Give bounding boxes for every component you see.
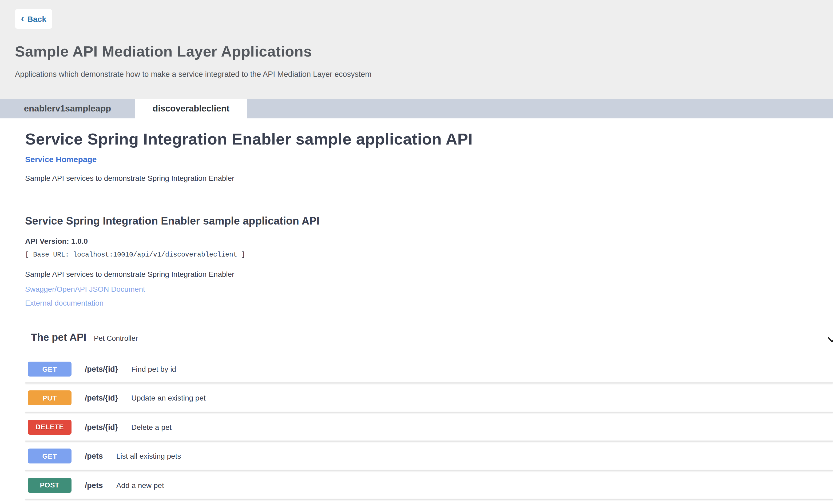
page-title: Sample API Mediation Layer Applications [15,43,312,60]
api-doc-description: Sample API services to demonstrate Sprin… [25,270,234,278]
operation-path: /pets [85,481,103,489]
service-title: Service Spring Integration Enabler sampl… [25,130,473,148]
api-doc-title: Service Spring Integration Enabler sampl… [25,215,319,227]
external-doc-link[interactable]: External documentation [25,299,103,307]
operation-row[interactable]: GET /pets List all existing pets [25,442,833,471]
pet-api-title: The pet API [31,332,87,344]
operation-summary: List all existing pets [116,452,181,460]
back-button[interactable]: ‹ Back [15,9,52,29]
operation-summary: Update an existing pet [131,394,206,402]
method-badge-delete: DELETE [28,420,72,435]
operation-summary: Find pet by id [131,365,176,373]
method-badge-get: GET [28,449,72,463]
method-badge-put: PUT [28,390,72,406]
operation-path: /pets/{id} [85,365,118,373]
operation-row[interactable]: GET /pets/{id} Find pet by id [25,355,833,384]
api-version: API Version: 1.0.0 [25,237,88,245]
app-header: ‹ Back Sample API Mediation Layer Applic… [0,0,833,99]
operation-path: /pets/{id} [85,423,118,431]
service-description: Sample API services to demonstrate Sprin… [25,174,234,182]
method-badge-post: POST [28,478,72,493]
row-divider [25,499,833,500]
operation-path: /pets/{id} [85,394,118,402]
tab-discoverableclient[interactable]: discoverableclient [135,99,247,119]
operations-list: GET /pets/{id} Find pet by id PUT /pets/… [25,355,833,500]
swagger-json-link[interactable]: Swagger/OpenAPI JSON Document [25,285,145,293]
operation-summary: Add a new pet [116,481,164,489]
pet-api-section-header: The pet API Pet Controller [31,332,138,344]
pet-api-subtitle: Pet Controller [94,334,138,343]
operation-row[interactable]: POST /pets Add a new pet [25,471,833,500]
tab-enablerv1sampleapp[interactable]: enablerv1sampleapp [0,99,135,119]
page: ‹ Back Sample API Mediation Layer Applic… [0,0,833,504]
operation-row[interactable]: DELETE /pets/{id} Delete a pet [25,413,833,442]
operation-summary: Delete a pet [131,423,171,431]
chevron-left-icon: ‹ [21,14,24,23]
base-url: [ Base URL: localhost:10010/api/v1/disco… [25,251,245,259]
operation-path: /pets [85,452,103,460]
tab-bar: enablerv1sampleapp discoverableclient [0,99,833,119]
page-subtitle: Applications which demonstrate how to ma… [15,70,372,78]
service-homepage-link[interactable]: Service Homepage [25,155,97,164]
method-badge-get: GET [28,361,72,377]
operation-row[interactable]: PUT /pets/{id} Update an existing pet [25,384,833,413]
back-button-label: Back [27,15,46,23]
chevron-down-icon[interactable] [826,334,833,346]
